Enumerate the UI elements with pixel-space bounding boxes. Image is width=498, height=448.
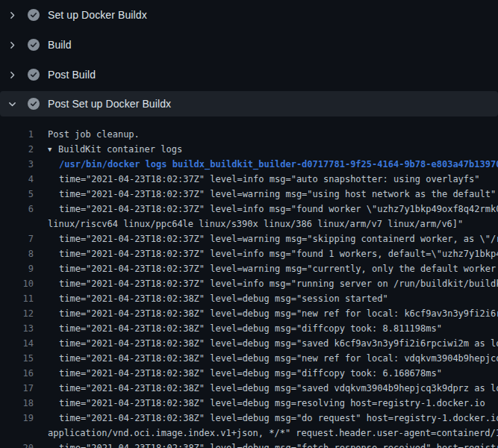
- log-line: 10 time="2021-04-23T18:02:37Z" level=inf…: [0, 276, 498, 291]
- group-title-text[interactable]: BuildKit container logs: [58, 142, 182, 157]
- step-label: Post Build: [48, 69, 96, 81]
- steps-list: Set up Docker Buildx Build Post Build Po…: [0, 0, 498, 116]
- log-line: 14 time="2021-04-23T18:02:38Z" level=deb…: [0, 336, 498, 351]
- log-area: 1 Post job cleanup. 2 ▼BuildKit containe…: [0, 116, 498, 448]
- log-line: 19 time="2021-04-23T18:02:38Z" level=deb…: [0, 411, 498, 426]
- check-circle-icon: [28, 39, 40, 51]
- log-text: linux/riscv64 linux/ppc64le linux/s390x …: [48, 217, 463, 231]
- line-number[interactable]: 17: [0, 381, 34, 396]
- line-number[interactable]: 2: [0, 142, 34, 157]
- chevron-right-icon: [7, 10, 17, 20]
- log-line: 1 Post job cleanup.: [0, 127, 498, 142]
- line-number[interactable]: 18: [0, 396, 34, 411]
- log-text: time="2021-04-23T18:02:38Z" level=debug …: [59, 321, 442, 336]
- line-number[interactable]: 15: [0, 351, 34, 366]
- line-number[interactable]: 8: [0, 246, 34, 261]
- chevron-down-icon: [7, 99, 17, 109]
- log-text: time="2021-04-23T18:02:38Z" level=debug …: [59, 351, 498, 366]
- line-number: [0, 217, 34, 231]
- line-number[interactable]: 4: [0, 172, 34, 187]
- log-line: 13 time="2021-04-23T18:02:38Z" level=deb…: [0, 321, 498, 336]
- line-number[interactable]: 5: [0, 187, 34, 202]
- log-text: time="2021-04-23T18:02:38Z" level=debug …: [59, 396, 485, 411]
- log-text: time="2021-04-23T18:02:37Z" level=warnin…: [59, 261, 498, 276]
- line-number[interactable]: 6: [0, 202, 34, 217]
- line-number[interactable]: 11: [0, 291, 34, 306]
- log-text: application/vnd.oci.image.index.v1+json,…: [48, 426, 498, 441]
- log-line: 11 time="2021-04-23T18:02:38Z" level=deb…: [0, 291, 498, 306]
- step-label: Post Set up Docker Buildx: [48, 98, 171, 110]
- line-number: [0, 426, 34, 441]
- log-line: 9 time="2021-04-23T18:02:37Z" level=warn…: [0, 261, 498, 276]
- line-number[interactable]: 14: [0, 336, 34, 351]
- line-number[interactable]: 10: [0, 276, 34, 291]
- log-text: time="2021-04-23T18:02:38Z" level=debug …: [59, 381, 498, 396]
- log-line: 12 time="2021-04-23T18:02:38Z" level=deb…: [0, 306, 498, 321]
- log-text: time="2021-04-23T18:02:37Z" level=info m…: [59, 202, 498, 217]
- line-number[interactable]: 16: [0, 366, 34, 381]
- line-number[interactable]: 9: [0, 261, 34, 276]
- step-label: Build: [48, 39, 72, 51]
- chevron-right-icon: [7, 40, 17, 50]
- check-circle-icon: [28, 9, 40, 21]
- step-post-build[interactable]: Post Build: [0, 60, 498, 90]
- step-set-up-docker-buildx[interactable]: Set up Docker Buildx: [0, 0, 498, 30]
- log-text: time="2021-04-23T18:02:37Z" level=warnin…: [59, 187, 496, 202]
- log-text: time="2021-04-23T18:02:38Z" level=debug …: [59, 366, 442, 381]
- step-post-set-up-docker-buildx[interactable]: Post Set up Docker Buildx: [0, 91, 498, 116]
- log-line: application/vnd.oci.image.index.v1+json,…: [0, 426, 498, 441]
- group-expanded-icon[interactable]: ▼: [48, 142, 58, 157]
- line-number[interactable]: 19: [0, 411, 34, 426]
- line-number[interactable]: 12: [0, 306, 34, 321]
- log-text: time="2021-04-23T18:02:38Z" level=debug …: [59, 336, 498, 351]
- line-number[interactable]: 20: [0, 441, 34, 448]
- line-number[interactable]: 13: [0, 321, 34, 336]
- log-text: Post job cleanup.: [48, 127, 140, 142]
- step-build[interactable]: Build: [0, 30, 498, 60]
- log-text: time="2021-04-23T18:02:38Z" level=debug …: [59, 441, 498, 448]
- log-line: 16 time="2021-04-23T18:02:38Z" level=deb…: [0, 366, 498, 381]
- step-label: Set up Docker Buildx: [48, 9, 147, 21]
- log-line: 6 time="2021-04-23T18:02:37Z" level=info…: [0, 202, 498, 217]
- line-number[interactable]: 3: [0, 157, 34, 172]
- log-text: time="2021-04-23T18:02:38Z" level=debug …: [59, 291, 388, 306]
- log-line: 8 time="2021-04-23T18:02:37Z" level=info…: [0, 246, 498, 261]
- log-line: 17 time="2021-04-23T18:02:38Z" level=deb…: [0, 381, 498, 396]
- log-text: time="2021-04-23T18:02:37Z" level=info m…: [59, 276, 498, 291]
- log-line: 2 ▼BuildKit container logs: [0, 142, 498, 157]
- log-line: 4 time="2021-04-23T18:02:37Z" level=info…: [0, 172, 498, 187]
- log-text: time="2021-04-23T18:02:38Z" level=debug …: [59, 306, 498, 321]
- chevron-right-icon: [7, 70, 17, 80]
- check-circle-icon: [28, 69, 40, 81]
- log-text: time="2021-04-23T18:02:38Z" level=debug …: [59, 411, 498, 426]
- log-text: time="2021-04-23T18:02:37Z" level=info m…: [59, 246, 498, 261]
- log-line: 15 time="2021-04-23T18:02:38Z" level=deb…: [0, 351, 498, 366]
- log-line: 3 /usr/bin/docker logs buildx_buildkit_b…: [0, 157, 498, 172]
- log-text: time="2021-04-23T18:02:37Z" level=warnin…: [59, 231, 498, 246]
- check-circle-icon: [28, 98, 40, 110]
- line-number[interactable]: 7: [0, 231, 34, 246]
- command-log-text: /usr/bin/docker logs buildx_buildkit_bui…: [59, 157, 498, 172]
- log-line: 5 time="2021-04-23T18:02:37Z" level=warn…: [0, 187, 498, 202]
- line-number[interactable]: 1: [0, 127, 34, 142]
- log-text: time="2021-04-23T18:02:37Z" level=info m…: [59, 172, 480, 187]
- log-line: 18 time="2021-04-23T18:02:38Z" level=deb…: [0, 396, 498, 411]
- log-line: 20 time="2021-04-23T18:02:38Z" level=deb…: [0, 441, 498, 448]
- log-line: 7 time="2021-04-23T18:02:37Z" level=warn…: [0, 231, 498, 246]
- log-line: linux/riscv64 linux/ppc64le linux/s390x …: [0, 217, 498, 231]
